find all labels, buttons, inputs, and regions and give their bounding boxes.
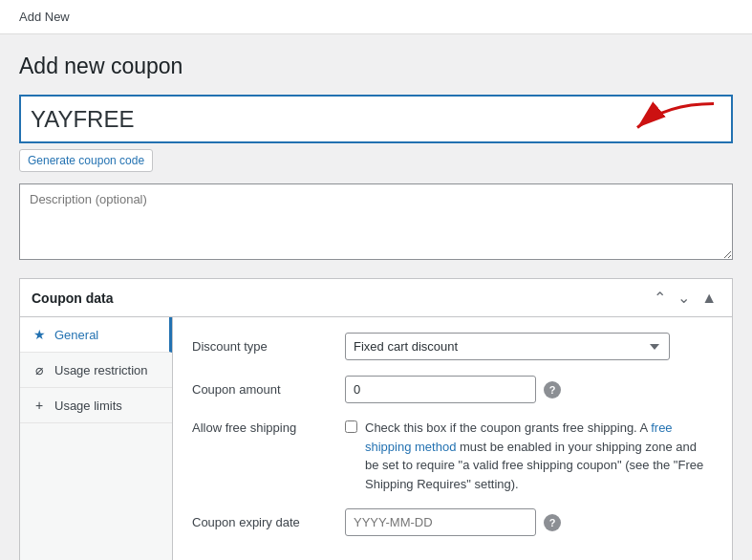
toggle-button[interactable]: ▲ — [698, 288, 720, 309]
collapse-up-button[interactable]: ⌃ — [650, 287, 670, 309]
free-shipping-text1: Check this box if the coupon grants free… — [365, 420, 651, 435]
coupon-data-title: Coupon data — [32, 291, 114, 306]
tab-general-label: General — [54, 328, 98, 342]
coupon-amount-row: Coupon amount ? — [192, 376, 713, 403]
coupon-code-input[interactable] — [19, 95, 733, 143]
free-shipping-content: Check this box if the coupon grants free… — [345, 419, 713, 493]
sidebar-tabs: ★ General ⌀ Usage restriction + Usage li… — [20, 317, 173, 560]
coupon-amount-label: Coupon amount — [192, 376, 345, 397]
coupon-amount-help-icon[interactable]: ? — [544, 381, 561, 398]
tab-usage-restriction[interactable]: ⌀ Usage restriction — [20, 353, 172, 388]
free-shipping-label: Allow free shipping — [192, 419, 345, 435]
top-bar: Add New — [0, 0, 752, 34]
collapse-down-button[interactable]: ⌄ — [674, 287, 694, 309]
coupon-data-body: ★ General ⌀ Usage restriction + Usage li… — [20, 317, 732, 560]
expiry-date-field: ? — [345, 508, 713, 536]
generate-coupon-button[interactable]: Generate coupon code — [19, 149, 153, 172]
expiry-date-row: Coupon expiry date ? — [192, 508, 713, 536]
expiry-date-input[interactable] — [345, 508, 536, 536]
discount-type-label: Discount type — [192, 333, 345, 354]
tab-usage-limits-label: Usage limits — [54, 398, 122, 413]
header-controls: ⌃ ⌄ ▲ — [650, 287, 720, 309]
limits-icon: + — [32, 398, 47, 413]
description-textarea[interactable] — [19, 183, 733, 260]
page-title: Add new coupon — [19, 54, 733, 79]
coupon-data-box: Coupon data ⌃ ⌄ ▲ ★ General ⌀ Usage rest… — [19, 278, 733, 560]
tab-usage-limits[interactable]: + Usage limits — [20, 388, 172, 423]
coupon-amount-input[interactable] — [345, 376, 536, 403]
coupon-amount-field: ? — [345, 376, 713, 403]
free-shipping-description: Check this box if the coupon grants free… — [365, 419, 713, 493]
restriction-icon: ⌀ — [32, 362, 47, 377]
tab-general[interactable]: ★ General — [20, 317, 172, 353]
coupon-code-wrapper — [19, 95, 733, 143]
discount-type-field: Percentage discount Fixed cart discount … — [345, 333, 713, 360]
top-bar-title: Add New — [19, 10, 70, 24]
tab-general-content: Discount type Percentage discount Fixed … — [173, 317, 732, 560]
free-shipping-row: Allow free shipping Check this box if th… — [192, 419, 713, 493]
expiry-help-icon[interactable]: ? — [544, 514, 561, 531]
coupon-data-header: Coupon data ⌃ ⌄ ▲ — [20, 279, 732, 317]
discount-type-row: Discount type Percentage discount Fixed … — [192, 333, 713, 360]
expiry-date-label: Coupon expiry date — [192, 508, 345, 529]
free-shipping-checkbox[interactable] — [345, 420, 357, 433]
tab-usage-restriction-label: Usage restriction — [54, 363, 148, 377]
discount-type-select[interactable]: Percentage discount Fixed cart discount … — [345, 333, 670, 360]
general-icon: ★ — [32, 327, 47, 342]
